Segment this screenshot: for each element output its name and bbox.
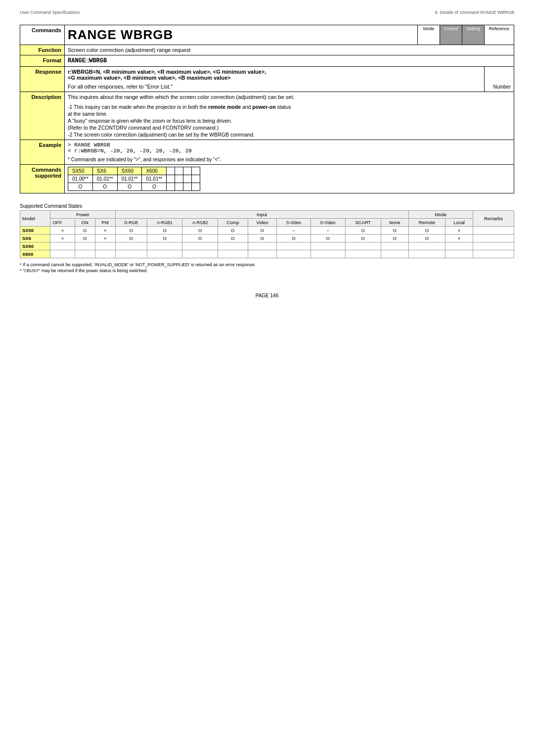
commands-label: Commands (20, 25, 65, 45)
scs-sx60-pm (95, 242, 115, 250)
scs-sx60-none (381, 242, 408, 250)
scs-sx50-comp: O (218, 227, 248, 235)
function-label: Function (20, 45, 65, 55)
scs-sx50-none: O (381, 227, 408, 235)
scs-sx50-model: SX50 (20, 227, 50, 235)
scs-svideo-header: S-Video (276, 219, 311, 227)
command-title-cell: RANGE WBRGB (65, 25, 418, 45)
example-label: Example (20, 140, 65, 165)
scs-x600-model: X600 (20, 250, 50, 258)
sx50-model-label: SX50 (68, 167, 93, 175)
response-row: Response r:WBRGB=N, <R minimum value>, <… (20, 67, 514, 92)
scs-sx6-remarks (473, 235, 514, 242)
scs-header-sub: OFF ON PM D-RGB A-RGB1 A-RGB2 Comp Video… (20, 219, 514, 227)
scs-sx6-comp: O (218, 235, 248, 242)
command-table: Commands RANGE WBRGB Mode Control Settin… (20, 25, 514, 193)
scs-sx60-dvideo (311, 242, 345, 250)
description-row: Description This inquires about the rang… (20, 92, 514, 140)
sx6-mark: O (92, 183, 117, 191)
scs-x600-none (381, 250, 408, 258)
description-main: This inquires about the range within whi… (68, 94, 511, 100)
empty-v1 (167, 175, 175, 183)
scs-sx60-remarks (473, 242, 514, 250)
empty-col2 (175, 167, 183, 175)
scs-sx6-drgb: O (115, 235, 147, 242)
scs-comp-header: Comp (218, 219, 248, 227)
empty-v2 (175, 175, 183, 183)
example-line2: < r:WBRGB=N, -20, 20, -20, 20, -20, 20 (68, 148, 511, 154)
function-text: Screen color correction (adjustment) ran… (65, 45, 514, 55)
scs-input-header: Input (115, 211, 408, 219)
scs-argb2-header: A-RGB2 (182, 219, 218, 227)
scs-sx6-off: × (50, 235, 75, 242)
scs-sx6-scart: O (345, 235, 381, 242)
format-text: RANGE□WBRGB (65, 55, 514, 67)
scs-sx50-remote: O (408, 227, 445, 235)
empty-col3 (183, 167, 192, 175)
scs-x600-drgb (115, 250, 147, 258)
scs-x600-dvideo (311, 250, 345, 258)
response-line1: r:WBRGB=N, <R minimum value>, <R maximum… (68, 69, 481, 75)
scs-sx6-svideo: O (276, 235, 311, 242)
empty-col4 (192, 167, 200, 175)
mark-row: O O O O (68, 183, 200, 191)
scs-sx60-off (50, 242, 75, 250)
example-line1: > RANGE WBRGB (68, 142, 511, 148)
scs-sx60-argb1 (147, 242, 182, 250)
scs-sx50-remarks (473, 227, 514, 235)
scs-sx6-video: O (248, 235, 276, 242)
scs-sx50-off: × (50, 227, 75, 235)
scs-x600-svideo (276, 250, 311, 258)
empty-v4 (192, 175, 200, 183)
scs-sx6-none: O (381, 235, 408, 242)
scs-sx60-model: SX60 (20, 242, 50, 250)
scs-none-header: None (381, 219, 408, 227)
scs-sx60-on (75, 242, 95, 250)
scs-model-header: Model (20, 211, 50, 227)
mode-cell: Mode (418, 25, 440, 45)
empty-col1 (167, 167, 175, 175)
scs-sx60-remote (408, 242, 445, 250)
scs-sx6-model: SX6 (20, 235, 50, 242)
empty-m2 (175, 183, 183, 191)
scs-x600-argb1 (147, 250, 182, 258)
example-note: * Commands are indicated by ">", and res… (68, 157, 511, 162)
response-line2: <G maximum value>, <B minimum value>, <B… (68, 75, 481, 81)
sx50-mark: O (68, 183, 93, 191)
footnote1: * If a command cannot be supported, 'INV… (20, 262, 514, 267)
format-row: Format RANGE□WBRGB (20, 55, 514, 67)
x600-mark: O (142, 183, 167, 191)
function-row: Function Screen color correction (adjust… (20, 45, 514, 55)
scs-sx50-local: × (445, 227, 473, 235)
model-header-row: SX50 SX6 SX60 X600 (68, 167, 200, 175)
response-content: r:WBRGB=N, <R minimum value>, <R maximum… (65, 67, 485, 92)
scs-x600-local (445, 250, 473, 258)
scs-on-header: ON (75, 219, 95, 227)
scs-sx60-scart (345, 242, 381, 250)
empty-m1 (167, 183, 175, 191)
scs-remarks-header: Remarks (473, 211, 514, 227)
desc-note1b: at the same time. (68, 111, 511, 117)
scs-x600-remote (408, 250, 445, 258)
scs-sx50-argb2: O (182, 227, 218, 235)
response-label: Response (20, 67, 65, 92)
scs-sx60-row: SX60 (20, 242, 514, 250)
scs-sx60-argb2 (182, 242, 218, 250)
scs-x600-argb2 (182, 250, 218, 258)
scs-table: Model Power Input Mode Remarks OFF ON PM… (20, 210, 514, 258)
scs-sx6-on: O (75, 235, 95, 242)
scs-sx6-argb1: O (147, 235, 182, 242)
scs-argb1-header: A-RGB1 (147, 219, 182, 227)
control-cell: Control (440, 25, 462, 45)
description-label: Description (20, 92, 65, 140)
scs-sx6-dvideo: O (311, 235, 345, 242)
scs-x600-remarks (473, 250, 514, 258)
scs-sx50-pm: × (95, 227, 115, 235)
scs-remote-header: Remote (408, 219, 445, 227)
scs-mode-header: Mode (408, 211, 473, 219)
scs-sx60-drgb (115, 242, 147, 250)
desc-note1: -1 This inquiry can be made when the pro… (68, 104, 511, 110)
title-row: Commands RANGE WBRGB Mode Control Settin… (20, 25, 514, 45)
x600-model-label: X600 (142, 167, 167, 175)
setting-cell: Setting (462, 25, 485, 45)
